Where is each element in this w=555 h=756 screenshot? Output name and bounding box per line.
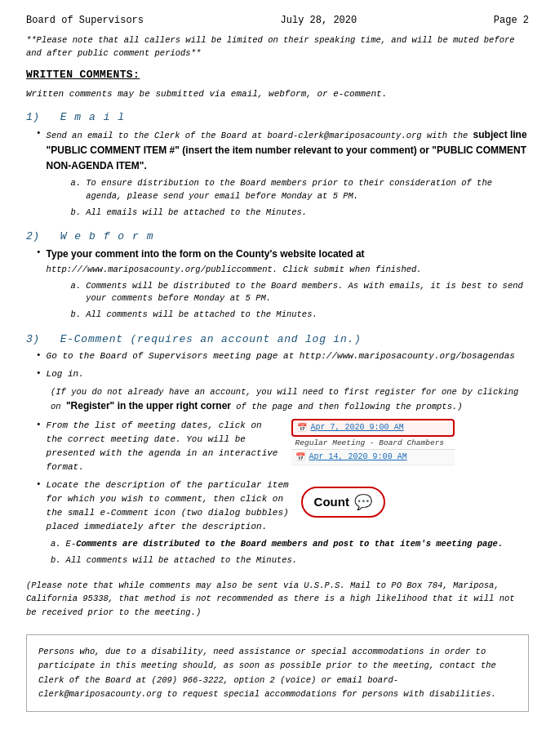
footer-note: (Please note that while comments may als…: [26, 579, 529, 620]
ecomment-locate-area: Locate the description of the particular…: [47, 478, 385, 534]
email-number: 1): [26, 111, 40, 123]
ecomment-bullet-4: • Locate the description of the particul…: [26, 478, 529, 534]
bullet-dot-5: •: [36, 420, 42, 429]
meeting-date-1[interactable]: Apr 7, 2020 9:00 AM: [311, 423, 404, 432]
webform-title: 2) W e b f o r m: [26, 230, 529, 242]
webform-label: W e b f o r m: [60, 230, 154, 242]
ecomment-bullet-2: • Log in.: [26, 367, 529, 381]
bullet-dot-2: •: [36, 247, 42, 257]
ecomment-register-note: (If you do not already have an account, …: [26, 385, 529, 414]
header-center: July 28, 2020: [281, 15, 357, 26]
email-title: 1) E m a i l: [26, 111, 529, 123]
ecomment-login-text: Log in.: [47, 367, 84, 381]
ecomment-label: E-Comment (requires an account and log i…: [60, 333, 362, 345]
comment-bubble-icon: 💬: [354, 493, 372, 511]
meeting-desc-1: Regular Meeting - Board Chambers: [291, 437, 455, 449]
count-label: Count: [314, 495, 349, 509]
meeting-date-list: 📅 Apr 7, 2020 9:00 AM Regular Meeting - …: [291, 419, 455, 474]
ecomment-meeting-area: From the list of meeting dates, click on…: [47, 419, 455, 474]
email-bullet-text: Send an email to the Clerk of the Board …: [47, 127, 529, 222]
bullet-dot: •: [36, 128, 42, 138]
count-badge[interactable]: Count 💬: [301, 487, 385, 518]
calendar-icon-2: 📅: [295, 452, 305, 462]
email-sub-b: b. All emails will be attached to the Mi…: [71, 207, 529, 220]
webform-bullet-text: Type your comment into the form on the C…: [47, 247, 529, 324]
bullet-dot-4: •: [36, 368, 42, 378]
ecomment-bullet-1: • Go to the Board of Supervisors meeting…: [26, 349, 529, 363]
ecomment-locate-text: Locate the description of the particular…: [47, 478, 291, 534]
meeting-date-2[interactable]: Apr 14, 2020 9:00 AM: [309, 452, 407, 461]
meeting-item-2[interactable]: 📅 Apr 14, 2020 9:00 AM: [291, 449, 455, 465]
section-email: 1) E m a i l • Send an email to the Cler…: [26, 111, 529, 222]
email-label: E m a i l: [60, 111, 126, 123]
header-left: Board of Supervisors: [26, 15, 144, 26]
ecomment-subs: a. E-Comments are distributed to the Boa…: [26, 538, 529, 567]
bullet-dot-3: •: [36, 350, 42, 360]
written-comments-intro: Written comments may be submitted via em…: [26, 87, 529, 102]
ecomment-bullet-3: • From the list of meeting dates, click …: [26, 419, 529, 474]
meeting-item-1[interactable]: 📅 Apr 7, 2020 9:00 AM: [291, 419, 455, 437]
email-sub-a: a. To ensure distribution to the Board m…: [71, 177, 529, 203]
header-right: Page 2: [494, 15, 529, 26]
bullet-dot-6: •: [36, 479, 42, 489]
ecomment-sub-a: a. E-Comments are distributed to the Boa…: [51, 538, 529, 551]
ecomment-sub-b: b. All comments will be attached to the …: [51, 554, 529, 567]
webform-bullet-1: • Type your comment into the form on the…: [26, 247, 529, 324]
section-webform: 2) W e b f o r m • Type your comment int…: [26, 230, 529, 324]
ecomment-number: 3): [26, 333, 40, 345]
webform-number: 2): [26, 230, 40, 242]
ecomment-meeting-text: From the list of meeting dates, click on…: [47, 419, 283, 474]
page-header: Board of Supervisors July 28, 2020 Page …: [26, 15, 529, 26]
webform-sub-b: b. All comments will be attached to the …: [71, 309, 529, 322]
written-comments-heading: WRITTEN COMMENTS:: [26, 69, 529, 81]
email-bullet-1: • Send an email to the Clerk of the Boar…: [26, 127, 529, 222]
section-ecomment: 3) E-Comment (requires an account and lo…: [26, 333, 529, 567]
ecomment-goto-text: Go to the Board of Supervisors meeting p…: [47, 349, 515, 363]
notice-text: **Please note that all callers will be l…: [26, 34, 529, 60]
disability-box: Persons who, due to a disability, need a…: [26, 634, 529, 712]
webform-sub-a: a. Comments will be distributed to the B…: [71, 280, 529, 306]
calendar-icon-1: 📅: [297, 423, 307, 433]
ecomment-title: 3) E-Comment (requires an account and lo…: [26, 333, 529, 345]
